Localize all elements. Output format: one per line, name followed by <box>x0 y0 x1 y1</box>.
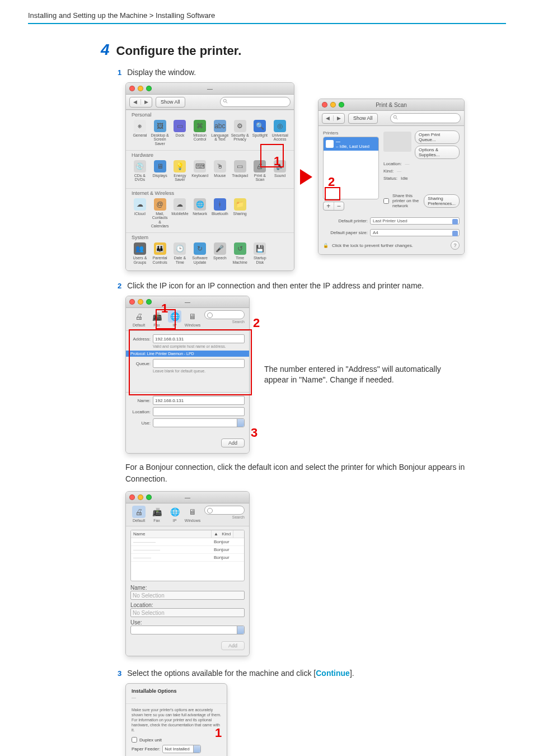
close-icon[interactable] <box>129 299 135 305</box>
prefs-icon: 💡 <box>174 160 186 172</box>
prefs-item[interactable]: ⌨Keyboard <box>190 160 209 184</box>
list-item[interactable]: — – Idle, Last Used <box>324 137 378 151</box>
prefs-item[interactable]: 👪Parental Controls <box>151 242 170 266</box>
protocol-select[interactable]: Protocol: Line Printer Daemon - LPD <box>126 351 249 357</box>
prefs-item[interactable]: 🖼Desktop & Screen Saver <box>151 120 170 146</box>
prefs-label: MobileMe <box>171 212 188 216</box>
share-checkbox[interactable] <box>383 198 389 204</box>
prefs-item[interactable]: abcLanguage & Text <box>210 120 229 146</box>
prefs-item[interactable]: ◎Universal Access <box>270 120 289 146</box>
add-mode-windows[interactable]: 🖥Windows <box>184 506 201 522</box>
nav-back-forward[interactable]: ◀▶ <box>322 113 345 124</box>
prefs-item[interactable]: ⎈General <box>130 120 149 146</box>
duplex-checkbox[interactable] <box>132 737 137 743</box>
prefs-label: Mission Control <box>190 133 209 142</box>
prefs-item[interactable]: ▭Trackpad <box>231 160 250 184</box>
prefs-item[interactable]: 👥Users & Groups <box>130 242 149 266</box>
zoom-icon[interactable] <box>146 86 152 91</box>
help-icon[interactable]: ? <box>451 241 460 250</box>
location-field[interactable]: No Selection <box>130 608 245 617</box>
prefs-item[interactable]: 🖱Mouse <box>210 160 229 184</box>
search-input[interactable] <box>204 310 245 319</box>
prefs-item[interactable]: ☁iCloud <box>130 198 149 228</box>
default-printer-select[interactable]: Last Printer Used <box>370 217 460 225</box>
use-select[interactable] <box>130 626 245 634</box>
add-button[interactable]: Add <box>221 438 245 447</box>
zoom-icon[interactable] <box>339 102 344 108</box>
zoom-icon[interactable] <box>146 494 152 500</box>
options-supplies-button[interactable]: Options & Supplies... <box>415 146 460 159</box>
search-input[interactable] <box>220 97 291 107</box>
close-icon[interactable] <box>322 102 327 108</box>
add-mode-windows[interactable]: 🖥Windows <box>184 310 201 327</box>
sharing-prefs-button[interactable]: Sharing Preferences... <box>424 194 460 208</box>
prefs-item[interactable]: 🔍Spotlight <box>251 120 270 146</box>
prefs-item[interactable]: 📁Sharing <box>231 198 250 228</box>
list-item[interactable]: —————Bonjour <box>131 538 244 546</box>
paper-feeder-select[interactable]: Not Installed <box>162 745 201 753</box>
col-kind[interactable]: ▲ Kind <box>212 530 244 538</box>
add-mode-fax[interactable]: 📠Fax <box>148 310 165 327</box>
open-print-queue-button[interactable]: Open Print Queue... <box>415 130 460 144</box>
col-name[interactable]: Name <box>131 530 212 538</box>
minimize-icon[interactable] <box>330 102 336 108</box>
add-mode-fax[interactable]: 📠Fax <box>148 506 165 522</box>
search-input[interactable] <box>204 506 245 515</box>
lock-text: Click the lock to prevent further change… <box>332 243 413 248</box>
mode-label: Default <box>133 323 145 327</box>
prefs-item[interactable]: ⚙Security & Privacy <box>231 120 250 146</box>
add-mode-ip[interactable]: 🌐IP <box>166 506 183 522</box>
use-select[interactable] <box>153 418 245 427</box>
list-item[interactable]: ————Bonjour <box>131 554 244 562</box>
mode-label: Default <box>133 519 145 522</box>
list-item[interactable]: ——————Bonjour <box>131 546 244 554</box>
name-field[interactable]: 192.168.0.131 <box>153 396 245 405</box>
prefs-item[interactable]: 🕒Date & Time <box>171 242 190 266</box>
address-field[interactable]: 192.168.0.131 <box>153 334 245 343</box>
prefs-item[interactable]: ᚼBluetooth <box>210 198 229 228</box>
prefs-item[interactable]: 🔈Sound <box>270 160 289 184</box>
printers-list[interactable]: — – Idle, Last Used <box>323 137 379 199</box>
prefs-icon: ⌨ <box>194 160 206 172</box>
prefs-item[interactable]: 💡Energy Saver <box>171 160 190 184</box>
remove-printer-button[interactable]: − <box>334 202 344 210</box>
prefs-item[interactable]: 🎤Speech <box>210 242 229 266</box>
add-printer-button[interactable]: + <box>324 202 334 210</box>
show-all-button[interactable]: Show All <box>156 97 185 108</box>
prefs-item[interactable]: ⌘Mission Control <box>190 120 209 146</box>
prefs-label: Startup Disk <box>251 256 270 264</box>
minimize-icon[interactable] <box>138 86 143 91</box>
prefs-item[interactable]: ▭Dock <box>171 120 190 146</box>
minimize-icon[interactable] <box>138 299 143 305</box>
lock-icon[interactable]: 🔒 <box>323 243 329 248</box>
default-paper-select[interactable]: A4 <box>370 229 460 236</box>
printers-label: Printers <box>323 130 379 136</box>
search-label: Search <box>204 320 245 324</box>
prefs-item[interactable]: ☁MobileMe <box>171 198 190 228</box>
prefs-item[interactable]: @Mail, Contacts & Calendars <box>151 198 170 228</box>
prefs-icon: ◎ <box>274 120 286 132</box>
prefs-item[interactable]: 🖥Displays <box>151 160 170 184</box>
add-mode-ip[interactable]: 🌐IP <box>166 310 183 327</box>
add-mode-default[interactable]: 🖨Default <box>130 506 147 522</box>
prefs-item[interactable]: ↺Time Machine <box>231 242 250 266</box>
close-icon[interactable] <box>129 494 135 500</box>
prefs-item[interactable]: 💾Startup Disk <box>251 242 270 266</box>
printers-discovery-list[interactable]: Name ▲ Kind —————Bonjour——————Bonjour———… <box>130 530 245 581</box>
prefs-icon: abc <box>214 120 226 132</box>
queue-field[interactable] <box>153 359 245 368</box>
prefs-item[interactable]: 💿CDs & DVDs <box>130 160 149 184</box>
search-input[interactable] <box>390 113 461 123</box>
show-all-button[interactable]: Show All <box>348 113 378 124</box>
prefs-item[interactable]: ↻Software Update <box>190 242 209 266</box>
name-field[interactable]: No Selection <box>130 591 245 600</box>
location-field[interactable] <box>153 407 245 416</box>
prefs-item[interactable]: 🖨Print & Scan <box>251 160 270 184</box>
add-mode-default[interactable]: 🖨Default <box>130 310 147 327</box>
nav-back-forward[interactable]: ◀▶ <box>129 97 152 108</box>
zoom-icon[interactable] <box>146 299 152 305</box>
close-icon[interactable] <box>129 86 135 91</box>
minimize-icon[interactable] <box>138 494 143 500</box>
prefs-icon: 📁 <box>234 198 246 211</box>
prefs-item[interactable]: 🌐Network <box>190 198 209 228</box>
